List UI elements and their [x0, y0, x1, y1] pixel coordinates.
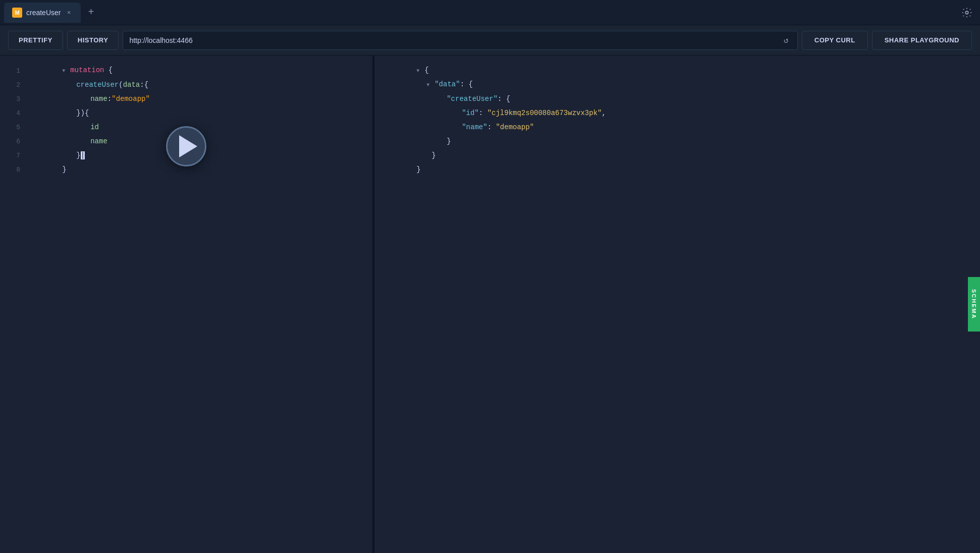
tab-type-icon: M: [12, 8, 22, 18]
result-line-8: }: [374, 162, 980, 177]
url-bar: ↺: [123, 31, 797, 50]
settings-button[interactable]: [958, 4, 976, 22]
schema-tab[interactable]: SCHEMA: [968, 277, 980, 331]
share-playground-button[interactable]: SHARE PLAYGROUND: [872, 31, 972, 50]
result-line-7: }: [374, 148, 980, 162]
result-line-5: "name": "demoapp": [374, 120, 980, 134]
play-icon: [179, 135, 197, 157]
add-tab-button[interactable]: +: [83, 5, 99, 21]
copy-curl-button[interactable]: COPY CURL: [802, 31, 868, 50]
tab-title: createUser: [26, 9, 61, 17]
toolbar: PRETTIFY HISTORY ↺ COPY CURL SHARE PLAYG…: [0, 25, 980, 56]
result-pane[interactable]: ▼ { ▼ "data": { "createUser": { "id": "c…: [374, 56, 980, 553]
history-button[interactable]: HISTORY: [67, 31, 119, 50]
svg-point-0: [965, 11, 968, 14]
tab-createuser[interactable]: M createUser ×: [4, 3, 81, 23]
editor-pane[interactable]: 1 ▼mutation { 2 createUser(data:{ 3 name…: [0, 56, 372, 553]
main-area: 1 ▼mutation { 2 createUser(data:{ 3 name…: [0, 56, 980, 553]
run-button-wrap: [166, 126, 206, 167]
tab-close-button[interactable]: ×: [65, 9, 73, 17]
run-button[interactable]: [166, 126, 206, 167]
refresh-button[interactable]: ↺: [779, 33, 793, 47]
tab-bar: M createUser × +: [0, 0, 980, 25]
prettify-button[interactable]: PRETTIFY: [8, 31, 63, 50]
url-input[interactable]: [129, 36, 779, 44]
